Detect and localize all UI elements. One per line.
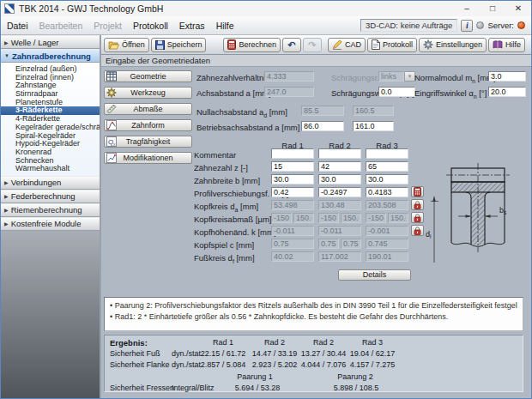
result-value: 5.694 / 53.28: [223, 384, 292, 392]
undo-button[interactable]: ↶: [282, 38, 301, 52]
maximize-button[interactable]: □: [480, 1, 505, 16]
tip-deviation-lock-button[interactable]: [411, 212, 424, 223]
sidebar-section-zahnradberechnung[interactable]: ▼ Zahnradberechnung: [1, 49, 100, 63]
facewidth-field-rad3[interactable]: [366, 174, 408, 184]
tip-clearance-field-rad2a: [318, 239, 339, 249]
calculate-button[interactable]: Berechnen: [223, 38, 281, 52]
chevron-right-icon: ▶: [4, 39, 9, 45]
facewidth-field-rad1[interactable]: [271, 174, 314, 184]
operating-center-distance-label: Betriebsachsabstand a [mm]: [196, 123, 299, 132]
tip-height-mod-lock-button[interactable]: [411, 225, 424, 236]
sidebar: ▶ Welle / Lager ▼ Zahnradberechnung Einz…: [1, 35, 101, 398]
profile-shift-field-rad2[interactable]: [318, 187, 361, 197]
sidebar-item-planetenstufe[interactable]: Planetenstufe: [1, 99, 100, 107]
result-value: 4.157 / 7.275: [341, 360, 404, 369]
calculator-icon: [227, 39, 236, 50]
info-button[interactable]: i: [461, 20, 473, 32]
tragfaehigkeit-tab-button[interactable]: Qx Tragfähigkeit: [104, 136, 192, 148]
cad-button[interactable]: CAD: [328, 38, 366, 52]
comment-field-rad3[interactable]: [366, 148, 408, 159]
sidebar-item-kronenrad[interactable]: Kronenrad: [1, 148, 100, 157]
zahnform-tab-button[interactable]: Zahnform: [104, 119, 192, 131]
teeth-field-rad2[interactable]: [318, 161, 361, 172]
sidebar-nav-list: Einzelrad (außen) Einzelrad (innen) Zahn…: [1, 63, 100, 176]
app-logo-icon: [4, 3, 15, 14]
protocol-button[interactable]: Protokoll: [367, 38, 417, 52]
sidebar-section-welle-lager[interactable]: ▶ Welle / Lager: [1, 35, 100, 49]
tip-deviation-field-rad2-max: [341, 213, 361, 223]
sidebar-item-hypoid-kegelraeder[interactable]: Hypoid-Kegelräder: [1, 140, 100, 148]
chevron-right-icon: ▶: [4, 193, 9, 199]
sidebar-section-verbindungen[interactable]: ▶ Verbindungen: [1, 176, 100, 190]
abmasse-tab-button[interactable]: Abmaße: [104, 103, 192, 115]
minimize-button[interactable]: –: [454, 1, 480, 16]
sidebar-item-stirnradpaar[interactable]: Stirnradpaar: [1, 90, 100, 99]
menu-projekt: Projekt: [94, 21, 122, 31]
operating-center-distance-field-2[interactable]: [353, 121, 394, 131]
app-window: TBK 2014 - GWJ Technology GmbH – □ ✕ Dat…: [0, 0, 532, 399]
helix-direction-select: links ▼: [378, 71, 415, 82]
comment-field-rad1[interactable]: [271, 148, 314, 159]
modifikationen-tab-button[interactable]: Modifikationen: [104, 152, 192, 164]
geometry-form: Geometrie Werkzeug Abmaße Zahnform Qx Tr…: [101, 67, 531, 398]
menu-protokoll[interactable]: Protokoll: [133, 21, 168, 31]
profile-shift-field-rad3[interactable]: [366, 187, 408, 197]
chevron-right-icon: ▶: [4, 207, 9, 213]
geometrie-tab-button[interactable]: Geometrie: [104, 70, 192, 82]
sidebar-item-kegelraeder[interactable]: Kegelräder gerade/schräg: [1, 124, 100, 132]
facewidth-field-rad2[interactable]: [318, 174, 361, 184]
folder-open-icon: [108, 40, 119, 50]
redo-button: ↷: [303, 38, 322, 52]
menu-datei[interactable]: Datei: [7, 21, 28, 31]
chevron-right-icon: ▶: [4, 179, 9, 185]
sidebar-item-waermehaushalt[interactable]: Wärmehaushalt: [1, 165, 100, 173]
comment-field-rad2[interactable]: [318, 148, 361, 159]
profile-shift-calculator-button[interactable]: [411, 186, 424, 197]
details-button[interactable]: Details: [338, 269, 411, 281]
center-distance-field: [264, 87, 314, 97]
help-button[interactable]: Hilfe: [488, 38, 525, 52]
sidebar-item-3-raederkette[interactable]: 3-Räderkette: [1, 106, 100, 115]
sidebar-item-einzelrad-aussen[interactable]: Einzelrad (außen): [1, 65, 100, 74]
operating-center-distance-field-1[interactable]: [301, 121, 344, 131]
warning-message: • Paarung 2: Profilverschiebungsfaktor d…: [110, 300, 517, 311]
ratio-field: [264, 71, 314, 82]
zero-center-distance-label: Nullachsabstand ad [mm]: [196, 107, 287, 118]
settings-button[interactable]: Einstellungen: [419, 38, 487, 52]
table-grid-icon: [106, 71, 117, 82]
tip-height-mod-field-rad1: [271, 226, 314, 236]
lock-icon: [414, 227, 421, 235]
normal-module-field[interactable]: [488, 71, 526, 82]
sidebar-item-spiral-kegelraeder[interactable]: Spiral-Kegelräder: [1, 132, 100, 141]
sidebar-item-schnecken[interactable]: Schnecken: [1, 157, 100, 166]
menu-extras[interactable]: Extras: [179, 21, 205, 31]
root-diameter-field-rad1: [271, 251, 314, 262]
profile-shift-field-rad1[interactable]: [271, 187, 314, 197]
warning-panel: • Paarung 2: Profilverschiebungsfaktor d…: [104, 297, 523, 331]
window-title: TBK 2014 - GWJ Technology GmbH: [19, 3, 163, 14]
results-header-rad1: Rad 1: [197, 338, 249, 347]
menu-hilfe[interactable]: Hilfe: [216, 21, 234, 31]
open-button[interactable]: Öffnen: [104, 38, 149, 52]
werkzeug-tab-button[interactable]: Werkzeug: [104, 87, 192, 99]
sidebar-item-zahnstange[interactable]: Zahnstange: [1, 82, 100, 90]
sidebar-item-einzelrad-innen[interactable]: Einzelrad (innen): [1, 74, 100, 82]
cad-status-indicator: [476, 21, 484, 29]
scuffing-safety-label: Sicherheit Fressen: [110, 384, 174, 392]
tip-clearance-field-rad2b: [341, 239, 361, 249]
gear-icon: [423, 39, 433, 50]
sidebar-item-4-raederkette[interactable]: 4-Räderkette: [1, 115, 100, 124]
close-button[interactable]: ✕: [505, 1, 531, 16]
tip-diameter-lock-button[interactable]: [411, 199, 424, 210]
pressure-angle-label: Eingriffswinkel αn [°]: [414, 88, 487, 100]
teeth-field-rad1[interactable]: [271, 161, 314, 172]
sidebar-section-riemenberechnung[interactable]: ▶ Riemenberechnung: [1, 203, 100, 217]
sidebar-section-kostenfreie-module[interactable]: ▶ Kostenfreie Module: [1, 217, 100, 231]
helix-angle-field[interactable]: [378, 87, 415, 97]
svg-text:bs: bs: [499, 206, 507, 215]
results-title: Ergebnis:: [110, 338, 148, 348]
sidebar-section-federberechnung[interactable]: ▶ Federberechnung: [1, 190, 100, 203]
save-button[interactable]: Speichern: [151, 38, 207, 52]
teeth-field-rad3[interactable]: [366, 161, 408, 172]
pressure-angle-field[interactable]: [488, 87, 526, 97]
